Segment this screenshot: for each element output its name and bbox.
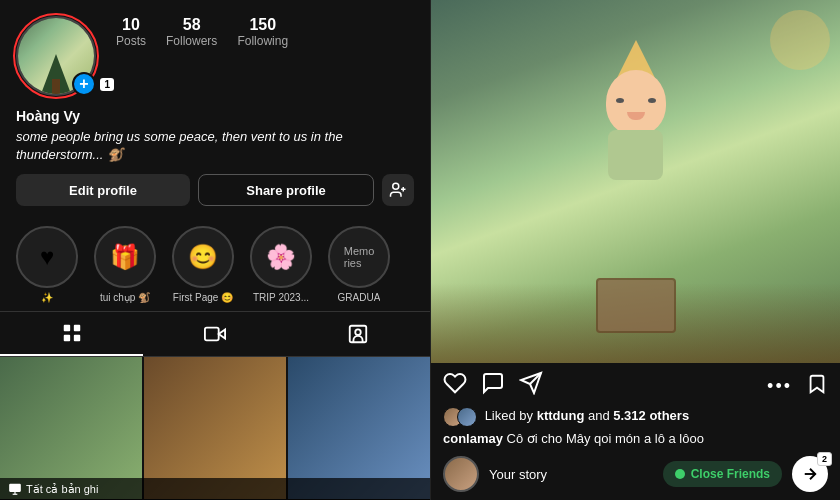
likes-and: and — [588, 408, 613, 423]
highlight-circle: 😊 — [172, 226, 234, 288]
action-row: Edit profile Share profile — [0, 174, 430, 218]
following-count: 150 — [249, 16, 276, 34]
highlight-circle: ♥ — [16, 226, 78, 288]
bio: some people bring us some peace, then ve… — [0, 126, 430, 174]
posts-label: Posts — [116, 34, 146, 48]
avatar-wrap: + 1 — [16, 16, 96, 96]
followers-label: Followers — [166, 34, 217, 48]
highlight-label: GRADUA — [338, 292, 381, 303]
svg-rect-3 — [63, 325, 69, 331]
svg-point-10 — [356, 330, 362, 336]
followers-stat[interactable]: 58 Followers — [166, 16, 217, 48]
profile-header: + 1 10 Posts 58 Followers 150 Following — [0, 0, 430, 104]
tab-row — [0, 311, 430, 357]
like-icon[interactable] — [443, 371, 467, 401]
likes-count[interactable]: 5.312 others — [613, 408, 689, 423]
right-panel: ••• Liked by kttdung and 5.312 others co… — [430, 0, 840, 500]
close-friends-dot — [675, 469, 685, 479]
caption-text: Cô ơi cho Mây qoi món a lô a lôoo — [507, 431, 704, 446]
likes-text: Liked by — [485, 408, 537, 423]
more-dots[interactable]: ••• — [767, 376, 792, 397]
comment-icon[interactable] — [481, 371, 505, 401]
add-story-button[interactable]: + — [72, 72, 96, 96]
highlight-circle: 🎁 — [94, 226, 156, 288]
highlights-row: ♥ ✨ 🎁 tui chụp 🐒 😊 First Page 😊 🌸 TRIP 2… — [0, 218, 430, 311]
share-profile-button[interactable]: Share profile — [198, 174, 374, 206]
send-arrow-button[interactable]: 2 — [792, 456, 828, 492]
liker-name[interactable]: kttdung — [537, 408, 585, 423]
posts-stat[interactable]: 10 Posts — [116, 16, 146, 48]
svg-rect-4 — [73, 325, 79, 331]
tab-tagged[interactable] — [287, 312, 430, 356]
highlight-circle: 🌸 — [250, 226, 312, 288]
svg-rect-5 — [63, 335, 69, 341]
highlight-label: tui chụp 🐒 — [100, 292, 150, 303]
your-story-label: Your story — [489, 467, 653, 482]
badge-2: 2 — [817, 452, 832, 466]
bottom-label-text: Tất cả bản ghi — [26, 483, 98, 496]
tab-grid[interactable] — [0, 312, 143, 356]
highlight-circle: Memories — [328, 226, 390, 288]
posts-count: 10 — [122, 16, 140, 34]
add-person-button[interactable] — [382, 174, 414, 206]
highlight-item[interactable]: 🌸 TRIP 2023... — [250, 226, 312, 303]
post-actions: ••• — [431, 363, 840, 405]
edit-profile-button[interactable]: Edit profile — [16, 174, 190, 206]
caption-username[interactable]: conlamay — [443, 431, 503, 446]
likes-row: Liked by kttdung and 5.312 others — [431, 405, 840, 429]
highlight-item[interactable]: 😊 First Page 😊 — [172, 226, 234, 303]
bottom-label: Tất cả bản ghi — [0, 478, 430, 500]
liker-avatar-2 — [457, 407, 477, 427]
party-hat-decor — [770, 10, 830, 70]
svg-point-0 — [393, 184, 399, 190]
story-row: Your story Close Friends 2 — [431, 448, 840, 500]
username: Hoàng Vy — [0, 104, 430, 126]
close-friends-label: Close Friends — [691, 467, 770, 481]
left-panel: + 1 10 Posts 58 Followers 150 Following … — [0, 0, 430, 500]
highlight-label: TRIP 2023... — [253, 292, 309, 303]
followers-count: 58 — [183, 16, 201, 34]
highlight-item[interactable]: Memories GRADUA — [328, 226, 390, 303]
highlight-label: First Page 😊 — [173, 292, 233, 303]
close-friends-button[interactable]: Close Friends — [663, 461, 782, 487]
following-label: Following — [237, 34, 288, 48]
following-stat[interactable]: 150 Following — [237, 16, 288, 48]
share-icon[interactable] — [519, 371, 543, 401]
stats-row: 10 Posts 58 Followers 150 Following — [116, 16, 414, 48]
badge-1: 1 — [100, 78, 114, 91]
svg-marker-7 — [219, 330, 225, 339]
caption-row: conlamay Cô ơi cho Mây qoi món a lô a lô… — [431, 429, 840, 448]
bookmark-icon[interactable] — [806, 373, 828, 400]
story-avatar[interactable] — [443, 456, 479, 492]
highlight-item[interactable]: 🎁 tui chụp 🐒 — [94, 226, 156, 303]
tab-reels[interactable] — [143, 312, 286, 356]
post-image — [431, 0, 840, 363]
svg-rect-11 — [9, 484, 21, 492]
liked-avatars — [443, 407, 477, 427]
svg-rect-8 — [205, 328, 219, 341]
svg-rect-6 — [73, 335, 79, 341]
highlight-label: ✨ — [41, 292, 53, 303]
highlight-item[interactable]: ♥ ✨ — [16, 226, 78, 303]
